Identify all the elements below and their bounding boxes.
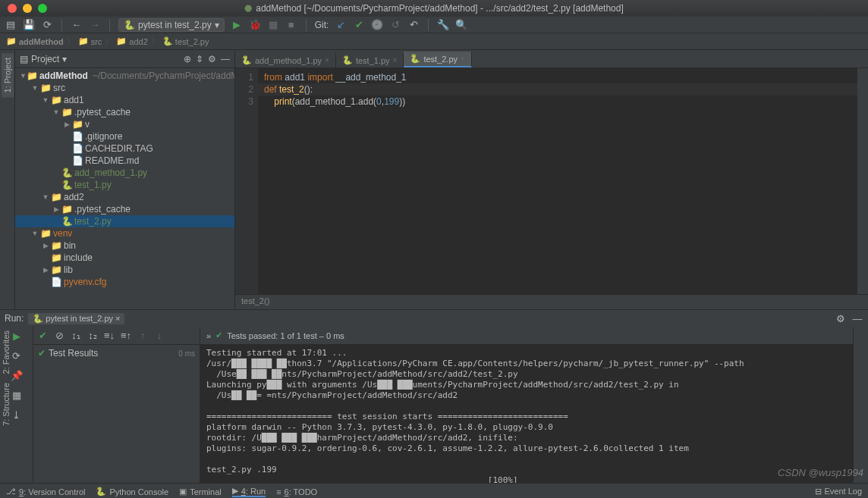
tree-item[interactable]: ▶📁v [15, 118, 234, 130]
window-title: ⬣addMethod [~/Documents/PycharmProject/a… [244, 3, 624, 14]
side-tab-favorites[interactable]: 2: Favorites [0, 326, 15, 378]
vcs-history-icon[interactable]: 🕘 [371, 19, 383, 31]
debug-icon[interactable]: 🐞 [249, 19, 261, 31]
save-icon[interactable]: 💾 [23, 19, 35, 31]
next-icon[interactable]: ↓ [153, 330, 165, 342]
sort2-icon[interactable]: ↕₂ [86, 330, 99, 342]
bottom-tab-pyconsole[interactable]: 🐍Python Console [96, 487, 168, 496]
bottom-tool-tabs: ⎇9: Version Control🐍Python Console▣Termi… [0, 483, 868, 498]
vcs-commit-icon[interactable]: ✔ [353, 19, 365, 31]
editor-breadcrumb: test_2() [235, 294, 868, 309]
bottom-tab-vcs[interactable]: ⎇9: Version Control [6, 487, 85, 496]
vcs-revert-icon[interactable]: ↺ [389, 19, 401, 31]
minimize-panel-icon[interactable]: — [851, 312, 863, 324]
bottom-tab-terminal[interactable]: ▣Terminal [179, 487, 222, 496]
vcs-update-icon[interactable]: ↙ [335, 19, 347, 31]
test-results-root[interactable]: ✔Test Results0 ms [38, 348, 195, 359]
run-tab[interactable]: 🐍pytest in test_2.py× [28, 313, 124, 324]
tree-item[interactable]: ▼📁venv [15, 227, 234, 240]
test-results-panel: ✔ ⊘ ↕₁ ↕₂ ≡↓ ≡↑ ↑ ↓ ✔Test Results0 ms [33, 327, 200, 483]
tree-item[interactable]: 📄CACHEDIR.TAG [15, 143, 234, 155]
minimize-window[interactable] [23, 4, 32, 13]
nav-breadcrumb: 📁addMethod〉 📁src〉 📁add2〉 🐍test_2.py [0, 33, 868, 50]
tree-item[interactable]: 🐍test_2.py [15, 215, 234, 227]
tree-item[interactable]: 📁include [15, 252, 234, 264]
editor-tab[interactable]: 🐍test_2.py× [404, 52, 471, 67]
scroll-from-source-icon[interactable]: ⊕ [184, 54, 191, 64]
stop-icon[interactable]: ■ [285, 19, 297, 31]
left-tool-stripe: 1: Project [0, 50, 15, 309]
main-toolbar: ▤ 💾 ⟳ ← → 🐍pytest in test_2.py▾ ▶ 🐞 ▦ ■ … [0, 17, 868, 33]
error-stripe [857, 68, 868, 294]
close-tab-icon[interactable]: × [461, 55, 465, 63]
tree-item[interactable]: 📄pyvenv.cfg [15, 276, 234, 288]
zoom-window[interactable] [38, 4, 47, 13]
side-tab-structure[interactable]: 7: Structure [0, 378, 15, 431]
hide-icon[interactable]: — [221, 54, 230, 64]
code-editor[interactable]: from add1 import __add_method_1def test_… [258, 68, 857, 294]
tree-item[interactable]: ▼📁src [15, 82, 234, 94]
project-tree[interactable]: ▼📁addMethod~/Documents/PycharmProject/ad… [15, 68, 234, 309]
bc-root[interactable]: 📁addMethod [6, 36, 64, 46]
settings-icon[interactable]: 🔧 [437, 19, 449, 31]
close-tab-icon[interactable]: × [393, 56, 398, 64]
right-tool-stripe [853, 327, 868, 483]
show-ignored-icon[interactable]: ⊘ [53, 330, 65, 342]
bottom-tab-todo[interactable]: ≡6: TODO [276, 487, 317, 496]
expand-icon[interactable]: ≡↓ [103, 330, 115, 342]
tree-item[interactable]: 🐍test_1.py [15, 179, 234, 191]
forward-icon[interactable]: → [89, 19, 101, 31]
tree-item[interactable]: 🐍add_method_1.py [15, 167, 234, 179]
bc-add2[interactable]: 📁add2 [116, 36, 147, 46]
editor-tab[interactable]: 🐍test_1.py× [336, 53, 404, 67]
prev-icon[interactable]: ↑ [137, 330, 149, 342]
sync-icon[interactable]: ⟳ [41, 19, 53, 31]
tree-item[interactable]: ▼📁add1 [15, 94, 234, 106]
sort-icon[interactable]: ↕₁ [70, 330, 82, 342]
titlebar: ⬣addMethod [~/Documents/PycharmProject/a… [0, 0, 868, 17]
tree-item[interactable]: ▼📁.pytest_cache [15, 106, 234, 118]
close-tab-icon[interactable]: × [325, 56, 329, 64]
side-tab-project[interactable]: 1: Project [2, 53, 14, 97]
close-window[interactable] [8, 4, 17, 13]
run-config-selector[interactable]: 🐍pytest in test_2.py▾ [118, 18, 225, 32]
tree-item[interactable]: 📄README.md [15, 155, 234, 167]
run-label: Run: [5, 313, 24, 324]
event-log[interactable]: ⊟ Event Log [815, 487, 862, 496]
tests-passed-bar: »✔Tests passed: 1 of 1 test – 0 ms [200, 327, 853, 345]
editor-gutter: 123 [235, 68, 258, 294]
bc-src[interactable]: 📁src [78, 36, 102, 46]
tree-item[interactable]: ▶📁bin [15, 240, 234, 252]
run-icon[interactable]: ▶ [231, 19, 243, 31]
gear-icon[interactable]: ⚙ [835, 312, 847, 324]
back-icon[interactable]: ← [71, 19, 83, 31]
tree-item[interactable]: ▶📁.pytest_cache [15, 203, 234, 215]
console-output[interactable]: Testing started at 17:01 ... /usr/███ ██… [200, 345, 853, 483]
git-label: Git: [315, 20, 329, 30]
watermark: CSDN @wusp1994 [778, 467, 863, 478]
project-panel: ▤ Project ▾ ⊕ ⇕ ⚙ — ▼📁addMethod~/Documen… [15, 50, 235, 309]
gear-icon[interactable]: ⚙ [208, 54, 216, 64]
coverage-icon[interactable]: ▦ [267, 19, 279, 31]
editor-area: 🐍add_method_1.py×🐍test_1.py×🐍test_2.py× … [235, 50, 868, 309]
collapse-icon[interactable]: ≡↑ [120, 330, 132, 342]
editor-tabs: 🐍add_method_1.py×🐍test_1.py×🐍test_2.py× [235, 50, 868, 68]
tree-item[interactable]: 📄.gitignore [15, 130, 234, 143]
tree-item[interactable]: ▶📁lib [15, 264, 234, 276]
project-header[interactable]: ▤ Project ▾ [20, 54, 179, 64]
tree-item[interactable]: ▼📁addMethod~/Documents/PycharmProject/ad… [15, 70, 234, 82]
collapse-all-icon[interactable]: ⇕ [196, 54, 203, 64]
show-passed-icon[interactable]: ✔ [36, 330, 49, 342]
undo-icon[interactable]: ↶ [407, 19, 420, 31]
bc-file[interactable]: 🐍test_2.py [162, 36, 209, 46]
run-panel: Run: 🐍pytest in test_2.py× ⚙ — ▶ ⟳ 📌 ▦ ⤓… [0, 309, 868, 483]
bottom-tab-run[interactable]: ▶4: Run [232, 486, 266, 497]
tree-item[interactable]: ▼📁add2 [15, 191, 234, 203]
editor-tab[interactable]: 🐍add_method_1.py× [235, 53, 336, 67]
search-everywhere-icon[interactable]: 🔍 [455, 19, 467, 31]
open-icon[interactable]: ▤ [5, 19, 17, 31]
